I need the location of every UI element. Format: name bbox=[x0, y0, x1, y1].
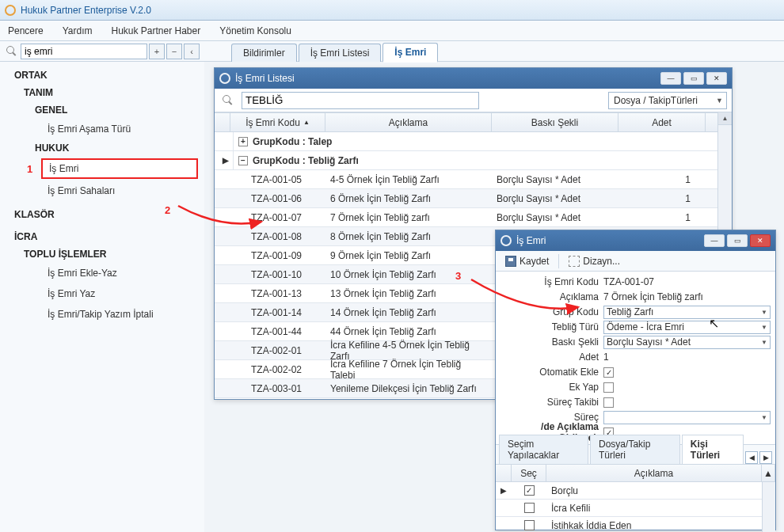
menu-yardim[interactable]: Yardım bbox=[63, 25, 93, 36]
sidebar-icra[interactable]: İCRA bbox=[0, 228, 204, 245]
tab-secim[interactable]: Seçim Yapılacaklar bbox=[499, 435, 588, 464]
checkbox-oto[interactable]: ✓ bbox=[603, 367, 614, 378]
col-kod[interactable]: İş Emri Kodu▲ bbox=[230, 113, 325, 131]
lbl-grup: Grup Kodu bbox=[500, 306, 603, 317]
list-window-head[interactable]: İş Emri Listesi — ▭ ✕ bbox=[215, 68, 732, 89]
list-grid-header: İş Emri Kodu▲ Açıklama Baskı Şekli Adet bbox=[215, 113, 732, 132]
cell-baski: Borçlu Sayısı * Adet bbox=[492, 193, 618, 204]
detail-maximize-button[interactable]: ▭ bbox=[727, 234, 748, 247]
list-row[interactable]: TZA-001-077 Örnek İçin Tebliğ zarfıBorçl… bbox=[215, 208, 732, 227]
cell-aciklama: 44 Örnek İçin Tebliğ Zarfı bbox=[325, 326, 492, 337]
sidebar-isemri-selected[interactable]: İş Emri bbox=[41, 158, 198, 179]
checkbox-ekyap[interactable] bbox=[603, 382, 614, 393]
tab-isemri-listesi[interactable]: İş Emri Listesi bbox=[299, 44, 382, 62]
tab-nav-prev[interactable]: ◀ bbox=[745, 451, 758, 464]
cell-kod: TZA-002-01 bbox=[246, 345, 325, 356]
sidebar-tanim[interactable]: TANIM bbox=[0, 84, 204, 101]
expand-icon[interactable]: + bbox=[238, 137, 248, 146]
sidebar-hukuk[interactable]: HUKUK bbox=[0, 139, 204, 157]
list-combo-label: Dosya / TakipTürleri bbox=[614, 95, 698, 106]
sidebar-yaz[interactable]: İş Emri Yaz bbox=[0, 283, 204, 304]
row-text: Borçlu bbox=[546, 485, 775, 496]
combo-grup[interactable]: Tebliğ Zarfı▼ bbox=[603, 306, 771, 319]
menu-pencere[interactable]: Pencere bbox=[8, 25, 44, 36]
detail-close-button[interactable]: ✕ bbox=[750, 234, 771, 247]
row-checkbox[interactable] bbox=[524, 503, 535, 513]
sidebar-isemri-sahalari[interactable]: İş Emri Sahaları bbox=[0, 180, 204, 201]
list-filter-input[interactable] bbox=[242, 92, 479, 109]
list-row[interactable]: TZA-001-054-5 Örnek İçin Tebliğ ZarfıBor… bbox=[215, 170, 732, 189]
cell-kod: TZA-003-01 bbox=[246, 383, 325, 394]
row-checkbox[interactable]: ✓ bbox=[524, 485, 535, 496]
cell-aciklama: İcra Kefiline 7 Örnek İçin Tebliğ Talebi bbox=[325, 359, 492, 381]
group-row-teblig[interactable]: ▶−GrupKodu : Tebliğ Zarfı bbox=[215, 151, 732, 170]
row-checkbox[interactable] bbox=[524, 520, 535, 530]
cell-aciklama: 14 Örnek İçin Tebliğ Zarfı bbox=[325, 307, 492, 318]
combo-surec[interactable]: ▼ bbox=[603, 411, 771, 424]
app-titlebar: Hukuk Partner Enterprise V.2.0 bbox=[0, 0, 784, 21]
chevron-down-icon: ▼ bbox=[716, 97, 723, 104]
menu-konsol[interactable]: Yönetim Konsolu bbox=[219, 25, 291, 36]
sidebar-iptal[interactable]: İş Emri/Takip Yazım İptali bbox=[0, 304, 204, 325]
detail-row[interactable]: İcra Kefili bbox=[496, 500, 775, 517]
tab-isemri[interactable]: İş Emri bbox=[382, 43, 438, 63]
detail-row[interactable]: İstihkak İddia Eden bbox=[496, 517, 775, 532]
menubar: Pencere Yardım Hukuk Partner Haber Yönet… bbox=[0, 21, 784, 41]
cell-aciklama: 7 Örnek İçin Tebliğ zarfı bbox=[325, 212, 492, 223]
det-col-aciklama[interactable]: Açıklama bbox=[546, 465, 762, 481]
det-col-sec[interactable]: Seç bbox=[512, 465, 546, 481]
val-adet[interactable]: 1 bbox=[603, 352, 771, 363]
detail-row[interactable]: ▶✓Borçlu bbox=[496, 482, 775, 500]
combo-baski[interactable]: Borçlu Sayısı * Adet▼ bbox=[603, 336, 771, 349]
sidebar-ortak[interactable]: ORTAK bbox=[0, 66, 204, 84]
tab-bildirimler[interactable]: Bildirimler bbox=[231, 44, 297, 62]
save-button[interactable]: Kaydet bbox=[500, 254, 554, 268]
tab-dosya-takip[interactable]: Dosya/Takip Türleri bbox=[590, 435, 680, 464]
cell-adet: 1 bbox=[618, 193, 706, 204]
lbl-baski: Baskı Şekli bbox=[500, 336, 603, 348]
detail-window-head[interactable]: İş Emri — ▭ ✕ bbox=[496, 230, 775, 251]
sidebar-asama-turu[interactable]: İş Emri Aşama Türü bbox=[0, 119, 204, 139]
search-input[interactable] bbox=[21, 44, 147, 59]
list-window-icon bbox=[219, 73, 230, 84]
design-button[interactable]: Dizayn... bbox=[564, 254, 625, 268]
app-icon bbox=[5, 5, 16, 16]
chevron-down-icon: ▼ bbox=[761, 339, 767, 346]
sidebar-toplu[interactable]: TOPLU İŞLEMLER bbox=[0, 245, 204, 263]
list-combo-dosya-takip[interactable]: Dosya / TakipTürleri ▼ bbox=[608, 92, 727, 109]
detail-form: İş Emri KoduTZA-001-07 Açıklama7 Örnek İ… bbox=[496, 272, 775, 439]
col-baski[interactable]: Baskı Şekli bbox=[492, 113, 618, 131]
col-adet[interactable]: Adet bbox=[618, 113, 706, 131]
search-minus-button[interactable]: − bbox=[166, 44, 182, 59]
checkbox-surectakibi[interactable] bbox=[603, 397, 614, 408]
detail-scrollbar[interactable] bbox=[762, 482, 775, 532]
detail-minimize-button[interactable]: — bbox=[704, 234, 725, 247]
sidebar-genel[interactable]: GENEL bbox=[0, 101, 204, 119]
det-scroll-head: ▲ bbox=[762, 465, 775, 481]
list-maximize-button[interactable]: ▭ bbox=[683, 72, 704, 85]
lbl-surectakibi: Süreç Takibi bbox=[500, 397, 603, 408]
detail-grid-header: Seç Açıklama ▲ bbox=[496, 465, 775, 482]
menu-haber[interactable]: Hukuk Partner Haber bbox=[112, 25, 201, 36]
sidebar-klasor[interactable]: KLASÖR bbox=[0, 206, 204, 223]
col-aciklama[interactable]: Açıklama bbox=[325, 113, 492, 131]
tab-kisi-turleri[interactable]: Kişi Türleri bbox=[682, 435, 744, 464]
cell-adet: 1 bbox=[618, 212, 706, 223]
tab-nav-next[interactable]: ▶ bbox=[759, 451, 772, 464]
search-back-button[interactable]: ‹ bbox=[184, 44, 200, 59]
list-minimize-button[interactable]: — bbox=[660, 72, 681, 85]
list-close-button[interactable]: ✕ bbox=[706, 72, 727, 85]
scroll-up-icon[interactable]: ▲ bbox=[718, 112, 732, 125]
list-row[interactable]: TZA-001-066 Örnek İçin Tebliğ ZarfıBorçl… bbox=[215, 189, 732, 208]
cell-kod: TZA-001-08 bbox=[246, 231, 325, 242]
detail-window: İş Emri — ▭ ✕ Kaydet Dizayn... İş Emri K… bbox=[495, 230, 776, 530]
search-plus-button[interactable]: + bbox=[149, 44, 165, 59]
chevron-down-icon: ▼ bbox=[761, 309, 767, 316]
combo-teblig[interactable]: Ödeme - İcra Emri▼ bbox=[603, 321, 771, 334]
collapse-icon[interactable]: − bbox=[238, 156, 248, 165]
lbl-ekyap: Ek Yap bbox=[500, 382, 603, 393]
cell-kod: TZA-001-05 bbox=[246, 174, 325, 185]
lbl-kod: İş Emri Kodu bbox=[500, 276, 603, 287]
group-row-talep[interactable]: +GrupKodu : Talep bbox=[215, 132, 732, 151]
sidebar-ekleyaz[interactable]: İş Emri Ekle-Yaz bbox=[0, 263, 204, 283]
